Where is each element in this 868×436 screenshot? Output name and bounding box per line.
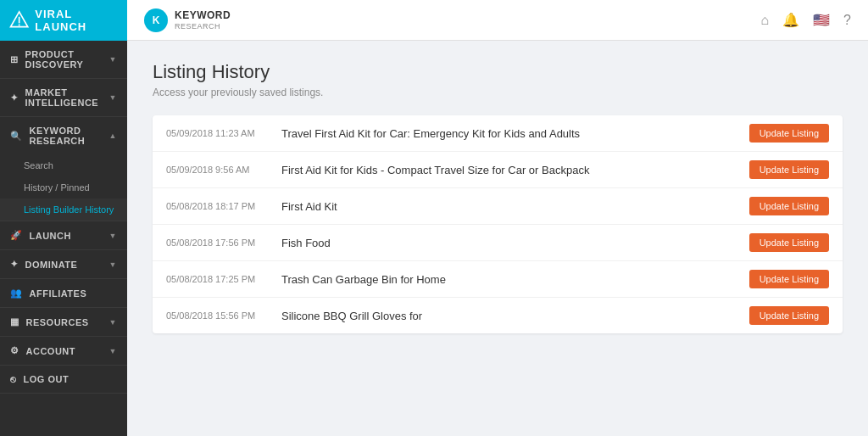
listing-date: 05/09/2018 9:56 AM xyxy=(166,165,268,175)
log-out-icon: ⎋ xyxy=(10,374,17,384)
update-listing-button[interactable]: Update Listing xyxy=(749,306,829,325)
sidebar-item-keyword-research[interactable]: 🔍 KEYWORD RESEARCH ▲ xyxy=(0,117,127,154)
sidebar-label-launch: LAUNCH xyxy=(30,231,71,241)
listing-name: Travel First Aid Kit for Car: Emergency … xyxy=(281,127,736,140)
update-listing-button[interactable]: Update Listing xyxy=(749,197,829,215)
chevron-icon: ▼ xyxy=(109,347,117,355)
sidebar-section-dominate: ✦ DOMINATE ▼ xyxy=(0,250,127,279)
home-icon[interactable]: ⌂ xyxy=(760,13,769,28)
update-listing-button[interactable]: Update Listing xyxy=(749,233,829,252)
sidebar-section-keyword-research: 🔍 KEYWORD RESEARCH ▲ Search History / Pi… xyxy=(0,117,127,221)
sidebar-label-dominate: DOMINATE xyxy=(25,260,78,270)
sidebar-section-log-out: ⎋ LOG OUT xyxy=(0,366,127,394)
help-icon[interactable]: ? xyxy=(843,13,851,28)
sidebar-section-launch: 🚀 LAUNCH ▼ xyxy=(0,221,127,250)
sidebar-item-affiliates[interactable]: 👥 AFFILIATES xyxy=(0,279,127,307)
launch-icon: 🚀 xyxy=(10,230,23,241)
table-row: 05/08/2018 17:56 PMFish FoodUpdate Listi… xyxy=(153,225,843,261)
sidebar-label-log-out: LOG OUT xyxy=(24,374,70,384)
page-title: Listing History xyxy=(153,61,843,83)
sidebar-section-affiliates: 👥 AFFILIATES xyxy=(0,279,127,308)
table-row: 05/08/2018 17:25 PMTrash Can Garbage Bin… xyxy=(153,261,843,298)
sidebar-label-product-discovery: PRODUCT DISCOVERY xyxy=(25,49,109,70)
sidebar-section-account: ⚙ ACCOUNT ▼ xyxy=(0,337,127,366)
topbar-left: K KEYWORD RESEARCH xyxy=(144,8,231,32)
sidebar-item-product-discovery[interactable]: ⊞ PRODUCT DISCOVERY ▼ xyxy=(0,41,127,78)
page-subtitle: Access your previously saved listings. xyxy=(153,87,843,98)
sidebar-label-account: ACCOUNT xyxy=(26,346,76,356)
sidebar-label-market-intelligence: MARKET INTELLIGENCE xyxy=(25,87,109,108)
topbar-right: ⌂ 🔔 🇺🇸 ? xyxy=(760,12,851,28)
sidebar-sub-item-listing-builder-history[interactable]: Listing Builder History xyxy=(0,198,127,221)
chevron-icon: ▲ xyxy=(109,131,117,140)
sidebar-section-product-discovery: ⊞ PRODUCT DISCOVERY ▼ xyxy=(0,41,127,79)
logo-text: VIRAL LAUNCH xyxy=(35,8,119,33)
content-area: Listing History Access your previously s… xyxy=(127,41,868,436)
notification-icon[interactable]: 🔔 xyxy=(782,12,799,28)
product-discovery-icon: ⊞ xyxy=(10,54,19,65)
topbar-icon: K xyxy=(144,8,168,32)
flag-icon[interactable]: 🇺🇸 xyxy=(813,12,830,28)
listing-name: First Aid Kit for Kids - Compact Travel … xyxy=(281,164,736,176)
sidebar-header: VIRAL LAUNCH xyxy=(0,0,127,41)
sidebar-item-dominate[interactable]: ✦ DOMINATE ▼ xyxy=(0,250,127,278)
topbar-title: KEYWORD xyxy=(175,9,231,21)
table-row: 05/08/2018 18:17 PMFirst Aid KitUpdate L… xyxy=(153,188,843,225)
listing-name: Fish Food xyxy=(281,237,736,249)
table-row: 05/09/2018 9:56 AMFirst Aid Kit for Kids… xyxy=(153,152,843,188)
account-icon: ⚙ xyxy=(10,345,19,356)
svg-point-2 xyxy=(19,24,20,25)
update-listing-button[interactable]: Update Listing xyxy=(749,270,829,288)
topbar-title-block: KEYWORD RESEARCH xyxy=(175,9,231,30)
listing-name: First Aid Kit xyxy=(281,200,736,213)
sidebar-label-resources: RESOURCES xyxy=(26,317,89,327)
sidebar-label-affiliates: AFFILIATES xyxy=(30,288,87,299)
chevron-icon: ▼ xyxy=(109,55,117,64)
sidebar-item-account[interactable]: ⚙ ACCOUNT ▼ xyxy=(0,337,127,365)
listing-table: 05/09/2018 11:23 AMTravel First Aid Kit … xyxy=(153,115,843,333)
listing-date: 05/08/2018 17:25 PM xyxy=(166,274,268,284)
sidebar-item-resources[interactable]: ▦ RESOURCES ▼ xyxy=(0,308,127,336)
sidebar-item-log-out[interactable]: ⎋ LOG OUT xyxy=(0,366,127,393)
update-listing-button[interactable]: Update Listing xyxy=(749,124,829,143)
listing-date: 05/08/2018 15:56 PM xyxy=(166,310,268,321)
logo-icon xyxy=(8,8,30,32)
chevron-icon: ▼ xyxy=(109,260,117,269)
sidebar-sub-item-history-pinned[interactable]: History / Pinned xyxy=(0,176,127,198)
market-intelligence-icon: ✦ xyxy=(10,92,19,103)
chevron-icon: ▼ xyxy=(109,318,117,327)
chevron-icon: ▼ xyxy=(109,93,117,102)
main-area: K KEYWORD RESEARCH ⌂ 🔔 🇺🇸 ? Listing Hist… xyxy=(127,0,868,436)
sidebar-label-keyword-research: KEYWORD RESEARCH xyxy=(30,126,109,146)
listing-date: 05/08/2018 17:56 PM xyxy=(166,238,268,248)
sidebar-section-resources: ▦ RESOURCES ▼ xyxy=(0,308,127,337)
topbar: K KEYWORD RESEARCH ⌂ 🔔 🇺🇸 ? xyxy=(127,0,868,41)
keyword-research-icon: 🔍 xyxy=(10,131,23,142)
sidebar-sub-item-search[interactable]: Search xyxy=(0,154,127,176)
table-row: 05/08/2018 15:56 PMSilicone BBQ Grill Gl… xyxy=(153,298,843,333)
sidebar: VIRAL LAUNCH ⊞ PRODUCT DISCOVERY ▼ ✦ MAR… xyxy=(0,0,127,436)
sidebar-item-launch[interactable]: 🚀 LAUNCH ▼ xyxy=(0,221,127,249)
listing-name: Silicone BBQ Grill Gloves for xyxy=(281,310,736,322)
resources-icon: ▦ xyxy=(10,316,19,327)
listing-name: Trash Can Garbage Bin for Home xyxy=(281,273,736,286)
listing-date: 05/08/2018 18:17 PM xyxy=(166,201,268,211)
listing-date: 05/09/2018 11:23 AM xyxy=(166,128,268,138)
sidebar-section-market-intelligence: ✦ MARKET INTELLIGENCE ▼ xyxy=(0,79,127,117)
table-row: 05/09/2018 11:23 AMTravel First Aid Kit … xyxy=(153,115,843,152)
update-listing-button[interactable]: Update Listing xyxy=(749,160,829,179)
chevron-icon: ▼ xyxy=(109,232,117,240)
dominate-icon: ✦ xyxy=(10,259,19,270)
topbar-subtitle: RESEARCH xyxy=(175,22,231,31)
affiliates-icon: 👥 xyxy=(10,288,23,299)
sidebar-item-market-intelligence[interactable]: ✦ MARKET INTELLIGENCE ▼ xyxy=(0,79,127,116)
